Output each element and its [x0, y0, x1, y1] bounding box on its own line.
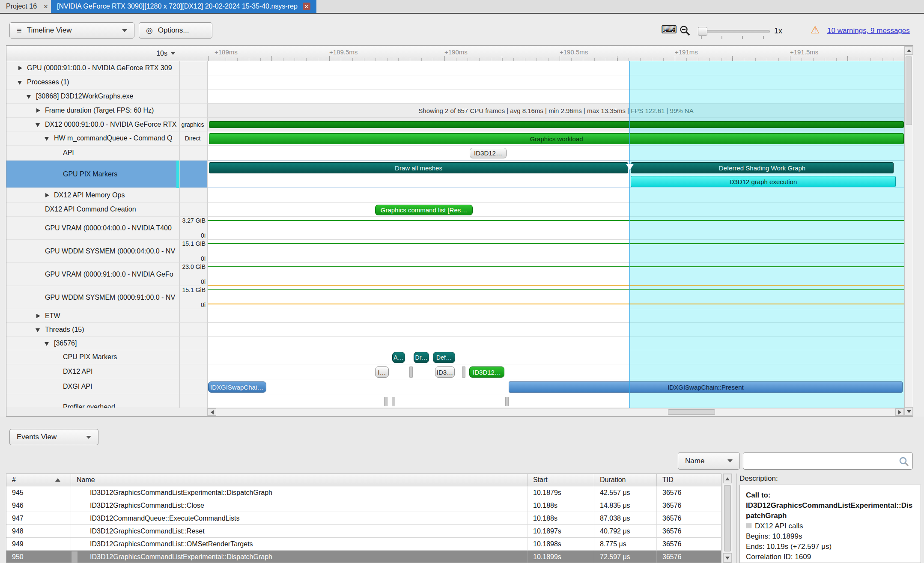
profiler-sliver[interactable] [392, 397, 395, 406]
description-event-name: ID3D12GraphicsCommandListExperimental::D… [746, 500, 915, 521]
time-selection-region[interactable] [629, 61, 904, 408]
zoom-slider-track[interactable] [698, 30, 770, 33]
scroll-left-button[interactable] [208, 408, 216, 416]
scrollbar-thumb[interactable] [668, 409, 715, 415]
ruler-tick-label: +190.5ms [560, 48, 588, 56]
dx12-api-sliver[interactable] [409, 366, 413, 378]
present-bar[interactable]: IDXGISwapChain::Present [509, 381, 903, 393]
column-header-name[interactable]: Name [71, 474, 527, 486]
column-header-index[interactable]: # [6, 474, 71, 486]
description-begins: Begins: 10.1899s [746, 531, 915, 542]
memory-usage-line [208, 285, 904, 286]
dx12-api-sliver[interactable] [462, 366, 465, 378]
table-row[interactable]: 945 ID3D12GraphicsCommandListExperimenta… [6, 486, 721, 499]
table-row-selected[interactable]: 950 ID3D12GraphicsCommandListExperimenta… [6, 551, 721, 563]
timeline-horizontal-scrollbar[interactable] [207, 408, 904, 416]
close-icon[interactable] [42, 3, 50, 10]
panel-divider [736, 474, 737, 563]
time-cursor-line[interactable] [629, 61, 630, 408]
slider-tick [763, 36, 764, 39]
dx12-device-activity-bar[interactable] [209, 121, 904, 128]
filter-field-dropdown[interactable]: Name [678, 452, 740, 470]
row-label: GPU VRAM (0000:91:00.0 - NVIDIA GeFo [45, 271, 173, 278]
scrollbar-thumb[interactable] [724, 485, 731, 551]
draw-all-meshes-bar[interactable]: Draw all meshes [209, 162, 628, 173]
events-table-scrollbar[interactable] [723, 474, 732, 563]
options-button[interactable]: Options... [139, 22, 212, 39]
filter-field-label: Name [685, 457, 704, 465]
tab-bar: Project 16 [NVIDIA GeForce RTX 3090][128… [0, 0, 924, 14]
expander-icon[interactable] [17, 65, 24, 71]
time-scale-selector[interactable]: 10s [6, 46, 179, 61]
profiler-sliver[interactable] [505, 397, 509, 406]
timeline-view-dropdown[interactable]: Timeline View [9, 22, 134, 39]
zoom-slider-thumb[interactable] [698, 27, 707, 36]
scroll-up-button[interactable] [723, 474, 732, 483]
table-row[interactable]: 947 ID3D12CommandQueue::ExecuteCommandLi… [6, 512, 721, 525]
column-header-duration[interactable]: Duration [594, 474, 656, 486]
cpu-pix-chip[interactable]: Dr… [414, 352, 429, 363]
bar-label: Def… [436, 354, 452, 361]
events-table-header: # Name Start Duration TID [6, 474, 721, 486]
expander-icon[interactable] [35, 326, 42, 333]
close-icon[interactable] [303, 3, 310, 10]
row-label: GPU PIX Markers [63, 170, 117, 178]
keyboard-icon[interactable] [661, 23, 677, 36]
zoom-level-label: 1x [774, 27, 782, 36]
indent-spacer [35, 225, 42, 232]
graphics-workload-bar[interactable]: Graphics workload [209, 133, 904, 144]
scroll-up-button[interactable] [905, 46, 913, 55]
row-label: DX12 API Command Creation [45, 206, 136, 213]
options-icon [146, 26, 153, 35]
expander-icon[interactable] [35, 313, 42, 319]
cpu-pix-chip[interactable]: A… [392, 352, 405, 363]
memory-usage-line [208, 266, 904, 267]
command-list-chip[interactable]: Graphics command list [Res… [375, 205, 473, 215]
search-input[interactable] [743, 452, 913, 470]
events-view-dropdown[interactable]: Events View [9, 429, 98, 445]
scroll-down-button[interactable] [905, 407, 913, 416]
expander-icon[interactable] [35, 107, 42, 114]
tab-project[interactable]: Project 16 [0, 0, 56, 13]
bar-label: Dr… [415, 354, 428, 361]
cpu-pix-chip[interactable]: Def… [433, 352, 455, 363]
graph-execution-bar[interactable]: D3D12 graph execution [631, 176, 896, 187]
memory-usage-line [208, 220, 904, 221]
timeline-ruler[interactable]: 10s +189ms +189.5ms +190ms +190.5ms +191… [6, 46, 904, 61]
tab-report[interactable]: [NVIDIA GeForce RTX 3090][1280 x 720][DX… [51, 0, 316, 13]
expander-icon[interactable] [44, 340, 51, 347]
column-header-start[interactable]: Start [527, 474, 594, 486]
ruler-tick-label: +189ms [215, 48, 238, 56]
expander-icon[interactable] [44, 135, 51, 142]
deferred-shading-bar[interactable]: Deferred Shading Work Graph [631, 162, 894, 173]
bar-label: I… [378, 369, 386, 376]
memory-max-label: 3.27 GiB [182, 217, 206, 224]
scroll-down-button[interactable] [723, 553, 732, 563]
expander-icon[interactable] [44, 192, 51, 199]
description-panel: Call to: ID3D12GraphicsCommandListExperi… [739, 485, 921, 563]
api-call-chip[interactable]: ID3D12… [470, 148, 507, 158]
zoom-out-icon[interactable] [679, 25, 691, 37]
timeline-vertical-scrollbar[interactable] [904, 46, 913, 416]
scroll-right-button[interactable] [895, 408, 904, 416]
dxgi-swapchain-chip[interactable]: IDXGISwapChai… [208, 381, 266, 393]
row-label: DX12 API Memory Ops [54, 191, 125, 199]
row-label: DX12 0000:91:00.0 - NVIDIA GeForce RTX [45, 121, 176, 128]
column-header-tid[interactable]: TID [656, 474, 721, 486]
table-row[interactable]: 946 ID3D12GraphicsCommandList::Close 10.… [6, 499, 721, 512]
expander-icon[interactable] [17, 79, 24, 86]
dx12-api-chip[interactable]: I… [375, 366, 389, 378]
dx12-api-chip[interactable]: ID3… [435, 366, 455, 378]
search-icon[interactable] [898, 456, 909, 467]
expander-icon[interactable] [35, 121, 42, 128]
expander-icon[interactable] [26, 93, 33, 100]
table-row[interactable]: 948 ID3D12GraphicsCommandList::Reset 10.… [6, 525, 721, 538]
warnings-link[interactable]: 10 warnings, 9 messages [827, 27, 910, 35]
table-row[interactable]: 949 ID3D12GraphicsCommandList::OMSetRend… [6, 538, 721, 551]
row-label: GPU WDDM SYSMEM (0000:91:00.0 - NV [45, 294, 175, 301]
row-label: HW m_commandQueue - Command Q [54, 134, 173, 142]
event-marker-icon[interactable] [626, 164, 634, 170]
scrollbar-thumb[interactable] [906, 57, 912, 125]
dx12-api-chip[interactable]: ID3D12… [469, 366, 504, 378]
profiler-sliver[interactable] [384, 397, 387, 406]
